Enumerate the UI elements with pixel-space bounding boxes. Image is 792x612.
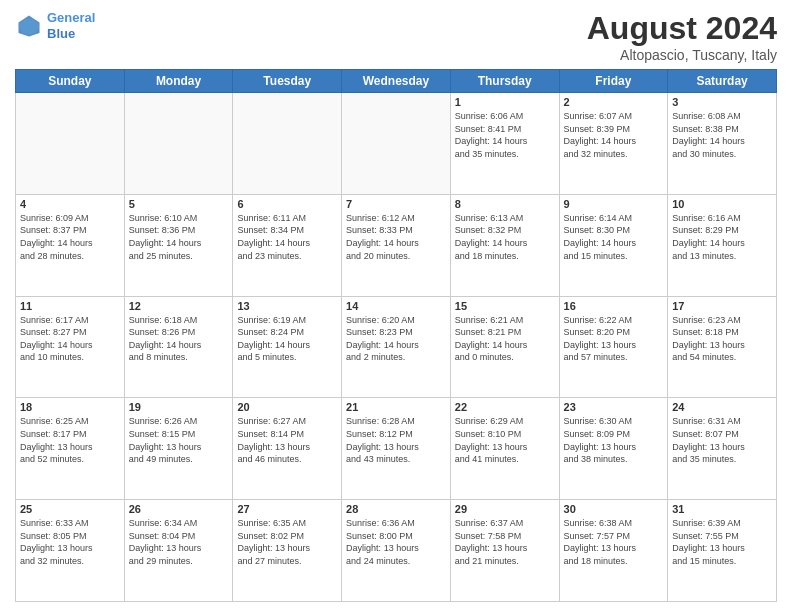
day-number: 8 [455, 198, 555, 210]
day-number: 24 [672, 401, 772, 413]
day-number: 1 [455, 96, 555, 108]
col-thursday: Thursday [450, 70, 559, 93]
day-number: 21 [346, 401, 446, 413]
day-info: Sunrise: 6:11 AM Sunset: 8:34 PM Dayligh… [237, 212, 337, 262]
day-number: 20 [237, 401, 337, 413]
subtitle: Altopascio, Tuscany, Italy [587, 47, 777, 63]
day-info: Sunrise: 6:29 AM Sunset: 8:10 PM Dayligh… [455, 415, 555, 465]
calendar-cell: 9Sunrise: 6:14 AM Sunset: 8:30 PM Daylig… [559, 194, 668, 296]
header: General Blue August 2024 Altopascio, Tus… [15, 10, 777, 63]
title-block: August 2024 Altopascio, Tuscany, Italy [587, 10, 777, 63]
day-info: Sunrise: 6:19 AM Sunset: 8:24 PM Dayligh… [237, 314, 337, 364]
day-number: 5 [129, 198, 229, 210]
day-info: Sunrise: 6:27 AM Sunset: 8:14 PM Dayligh… [237, 415, 337, 465]
calendar-week-5: 25Sunrise: 6:33 AM Sunset: 8:05 PM Dayli… [16, 500, 777, 602]
day-number: 6 [237, 198, 337, 210]
calendar-cell: 27Sunrise: 6:35 AM Sunset: 8:02 PM Dayli… [233, 500, 342, 602]
day-info: Sunrise: 6:38 AM Sunset: 7:57 PM Dayligh… [564, 517, 664, 567]
day-info: Sunrise: 6:12 AM Sunset: 8:33 PM Dayligh… [346, 212, 446, 262]
day-info: Sunrise: 6:39 AM Sunset: 7:55 PM Dayligh… [672, 517, 772, 567]
day-info: Sunrise: 6:35 AM Sunset: 8:02 PM Dayligh… [237, 517, 337, 567]
day-info: Sunrise: 6:36 AM Sunset: 8:00 PM Dayligh… [346, 517, 446, 567]
calendar-cell: 22Sunrise: 6:29 AM Sunset: 8:10 PM Dayli… [450, 398, 559, 500]
logo-icon [15, 12, 43, 40]
day-info: Sunrise: 6:25 AM Sunset: 8:17 PM Dayligh… [20, 415, 120, 465]
calendar-cell: 24Sunrise: 6:31 AM Sunset: 8:07 PM Dayli… [668, 398, 777, 500]
col-tuesday: Tuesday [233, 70, 342, 93]
col-sunday: Sunday [16, 70, 125, 93]
calendar-cell: 8Sunrise: 6:13 AM Sunset: 8:32 PM Daylig… [450, 194, 559, 296]
day-number: 31 [672, 503, 772, 515]
day-number: 3 [672, 96, 772, 108]
calendar-cell: 11Sunrise: 6:17 AM Sunset: 8:27 PM Dayli… [16, 296, 125, 398]
day-info: Sunrise: 6:08 AM Sunset: 8:38 PM Dayligh… [672, 110, 772, 160]
calendar-cell [342, 93, 451, 195]
col-monday: Monday [124, 70, 233, 93]
day-info: Sunrise: 6:33 AM Sunset: 8:05 PM Dayligh… [20, 517, 120, 567]
calendar-week-2: 4Sunrise: 6:09 AM Sunset: 8:37 PM Daylig… [16, 194, 777, 296]
day-number: 28 [346, 503, 446, 515]
calendar-cell: 29Sunrise: 6:37 AM Sunset: 7:58 PM Dayli… [450, 500, 559, 602]
col-saturday: Saturday [668, 70, 777, 93]
day-info: Sunrise: 6:16 AM Sunset: 8:29 PM Dayligh… [672, 212, 772, 262]
day-info: Sunrise: 6:18 AM Sunset: 8:26 PM Dayligh… [129, 314, 229, 364]
main-title: August 2024 [587, 10, 777, 47]
day-number: 30 [564, 503, 664, 515]
day-number: 18 [20, 401, 120, 413]
logo: General Blue [15, 10, 95, 41]
day-number: 13 [237, 300, 337, 312]
day-info: Sunrise: 6:21 AM Sunset: 8:21 PM Dayligh… [455, 314, 555, 364]
col-wednesday: Wednesday [342, 70, 451, 93]
day-number: 26 [129, 503, 229, 515]
day-number: 16 [564, 300, 664, 312]
calendar-cell [233, 93, 342, 195]
page: General Blue August 2024 Altopascio, Tus… [0, 0, 792, 612]
day-number: 23 [564, 401, 664, 413]
calendar-cell: 26Sunrise: 6:34 AM Sunset: 8:04 PM Dayli… [124, 500, 233, 602]
day-number: 14 [346, 300, 446, 312]
calendar-cell: 16Sunrise: 6:22 AM Sunset: 8:20 PM Dayli… [559, 296, 668, 398]
calendar-cell: 15Sunrise: 6:21 AM Sunset: 8:21 PM Dayli… [450, 296, 559, 398]
calendar-cell [124, 93, 233, 195]
calendar-cell: 5Sunrise: 6:10 AM Sunset: 8:36 PM Daylig… [124, 194, 233, 296]
day-number: 29 [455, 503, 555, 515]
calendar-cell: 18Sunrise: 6:25 AM Sunset: 8:17 PM Dayli… [16, 398, 125, 500]
calendar-cell: 13Sunrise: 6:19 AM Sunset: 8:24 PM Dayli… [233, 296, 342, 398]
day-number: 7 [346, 198, 446, 210]
calendar-cell: 1Sunrise: 6:06 AM Sunset: 8:41 PM Daylig… [450, 93, 559, 195]
calendar-cell: 4Sunrise: 6:09 AM Sunset: 8:37 PM Daylig… [16, 194, 125, 296]
calendar-cell: 20Sunrise: 6:27 AM Sunset: 8:14 PM Dayli… [233, 398, 342, 500]
calendar-cell: 14Sunrise: 6:20 AM Sunset: 8:23 PM Dayli… [342, 296, 451, 398]
logo-text: General Blue [47, 10, 95, 41]
day-number: 4 [20, 198, 120, 210]
calendar-cell: 7Sunrise: 6:12 AM Sunset: 8:33 PM Daylig… [342, 194, 451, 296]
day-info: Sunrise: 6:22 AM Sunset: 8:20 PM Dayligh… [564, 314, 664, 364]
calendar-cell: 31Sunrise: 6:39 AM Sunset: 7:55 PM Dayli… [668, 500, 777, 602]
day-info: Sunrise: 6:28 AM Sunset: 8:12 PM Dayligh… [346, 415, 446, 465]
calendar-week-3: 11Sunrise: 6:17 AM Sunset: 8:27 PM Dayli… [16, 296, 777, 398]
day-info: Sunrise: 6:09 AM Sunset: 8:37 PM Dayligh… [20, 212, 120, 262]
calendar-cell: 17Sunrise: 6:23 AM Sunset: 8:18 PM Dayli… [668, 296, 777, 398]
day-number: 17 [672, 300, 772, 312]
calendar-header-row: Sunday Monday Tuesday Wednesday Thursday… [16, 70, 777, 93]
calendar-cell: 2Sunrise: 6:07 AM Sunset: 8:39 PM Daylig… [559, 93, 668, 195]
calendar-cell: 23Sunrise: 6:30 AM Sunset: 8:09 PM Dayli… [559, 398, 668, 500]
calendar-cell: 28Sunrise: 6:36 AM Sunset: 8:00 PM Dayli… [342, 500, 451, 602]
calendar-table: Sunday Monday Tuesday Wednesday Thursday… [15, 69, 777, 602]
day-info: Sunrise: 6:06 AM Sunset: 8:41 PM Dayligh… [455, 110, 555, 160]
day-number: 19 [129, 401, 229, 413]
day-number: 27 [237, 503, 337, 515]
day-number: 10 [672, 198, 772, 210]
calendar-cell [16, 93, 125, 195]
day-number: 25 [20, 503, 120, 515]
calendar-cell: 19Sunrise: 6:26 AM Sunset: 8:15 PM Dayli… [124, 398, 233, 500]
day-info: Sunrise: 6:37 AM Sunset: 7:58 PM Dayligh… [455, 517, 555, 567]
day-number: 11 [20, 300, 120, 312]
day-info: Sunrise: 6:23 AM Sunset: 8:18 PM Dayligh… [672, 314, 772, 364]
day-info: Sunrise: 6:20 AM Sunset: 8:23 PM Dayligh… [346, 314, 446, 364]
day-info: Sunrise: 6:13 AM Sunset: 8:32 PM Dayligh… [455, 212, 555, 262]
logo-general: General [47, 10, 95, 25]
calendar-cell: 6Sunrise: 6:11 AM Sunset: 8:34 PM Daylig… [233, 194, 342, 296]
day-info: Sunrise: 6:17 AM Sunset: 8:27 PM Dayligh… [20, 314, 120, 364]
day-number: 12 [129, 300, 229, 312]
